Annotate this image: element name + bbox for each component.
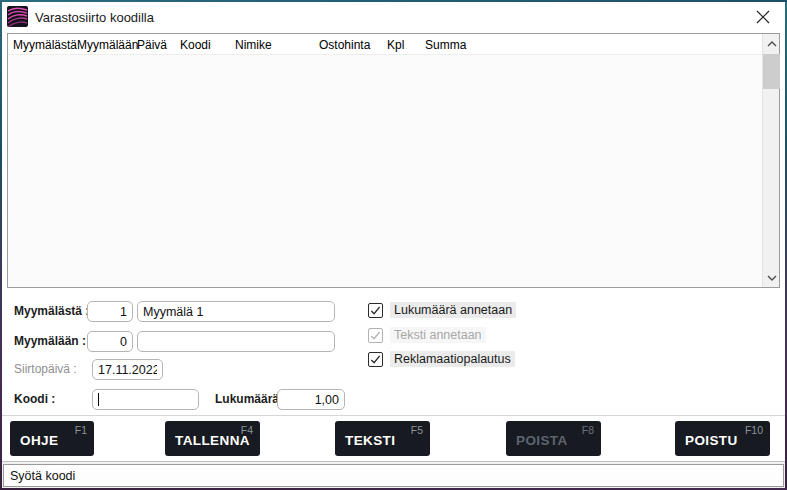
checkbox-label: Reklamaatiopalautus (390, 351, 515, 367)
quantity-label: Lukumäärä : (215, 392, 286, 406)
col-koodi: Koodi (180, 38, 211, 52)
col-summa: Summa (425, 38, 466, 52)
col-paiva: Päivä (137, 38, 167, 52)
col-ostohinta: Ostohinta (319, 38, 370, 52)
checkbox-label: Lukumäärä annetaan (390, 302, 516, 318)
transfer-lines-table: Myymälästä Myymälään Päivä Koodi Nimike … (7, 33, 780, 288)
checkbox-checked-icon (368, 303, 383, 318)
table-header-row: Myymälästä Myymälään Päivä Koodi Nimike … (8, 34, 762, 55)
from-store-name-field[interactable] (137, 301, 335, 322)
col-myymalaan: Myymälään (77, 38, 138, 52)
col-kpl: Kpl (387, 38, 404, 52)
code-label: Koodi : (14, 392, 55, 406)
scrollbar-thumb[interactable] (763, 54, 780, 89)
to-store-name-field[interactable] (137, 331, 335, 352)
to-store-number-field[interactable] (87, 331, 133, 352)
ohje-button[interactable]: OHJE F1 (10, 421, 94, 456)
poistu-button[interactable]: POISTU F10 (675, 421, 770, 456)
status-bar: Syötä koodi (2, 461, 785, 488)
window-title: Varastosiirto koodilla (35, 10, 154, 25)
to-store-label: Myymälään : (14, 334, 86, 348)
close-icon[interactable] (755, 9, 771, 25)
col-nimike: Nimike (235, 38, 272, 52)
poista-button: POISTA F8 (506, 421, 601, 456)
from-store-number-field[interactable] (87, 301, 133, 322)
scroll-down-icon[interactable] (763, 269, 780, 286)
code-input[interactable] (92, 389, 199, 410)
checkbox-reklamaatiopalautus[interactable]: Reklamaatiopalautus (368, 351, 515, 367)
title-bar: Varastosiirto koodilla (2, 2, 785, 31)
transfer-date-field[interactable] (92, 359, 163, 380)
button-label: POISTU (685, 433, 738, 448)
button-label: TALLENNA (175, 433, 250, 448)
col-myymalasta: Myymälästä (13, 38, 77, 52)
text-cursor (98, 393, 99, 406)
button-label: POISTA (516, 433, 568, 448)
tallenna-button[interactable]: TALLENNA F4 (165, 421, 260, 456)
teksti-button[interactable]: TEKSTI F5 (335, 421, 430, 456)
button-label: TEKSTI (345, 433, 395, 448)
checkbox-label: Teksti annetaan (390, 327, 486, 343)
checkbox-checked-icon (368, 352, 383, 367)
window-border-left (0, 0, 2, 490)
scroll-up-icon[interactable] (763, 35, 780, 52)
fkey-label: F1 (75, 424, 87, 436)
checkbox-lukumaara-annetaan[interactable]: Lukumäärä annetaan (368, 302, 516, 318)
transfer-date-label: Siirtopäivä : (14, 362, 77, 376)
checkbox-checked-disabled-icon (368, 328, 383, 343)
app-logo-icon (7, 6, 28, 27)
checkbox-teksti-annetaan: Teksti annetaan (368, 327, 486, 343)
fkey-label: F4 (241, 424, 253, 436)
status-message: Syötä koodi (3, 464, 784, 487)
varastosiirto-window: Varastosiirto koodilla Myymälästä Myymäl… (0, 0, 787, 490)
button-label: OHJE (20, 433, 58, 448)
from-store-label: Myymälästä : (14, 304, 89, 318)
window-border-top (0, 0, 787, 2)
button-area-divider (2, 415, 785, 416)
table-scrollbar[interactable] (762, 34, 779, 287)
fkey-label: F8 (582, 424, 594, 436)
fkey-label: F5 (411, 424, 423, 436)
fkey-label: F10 (745, 424, 763, 436)
quantity-field[interactable] (277, 389, 345, 410)
